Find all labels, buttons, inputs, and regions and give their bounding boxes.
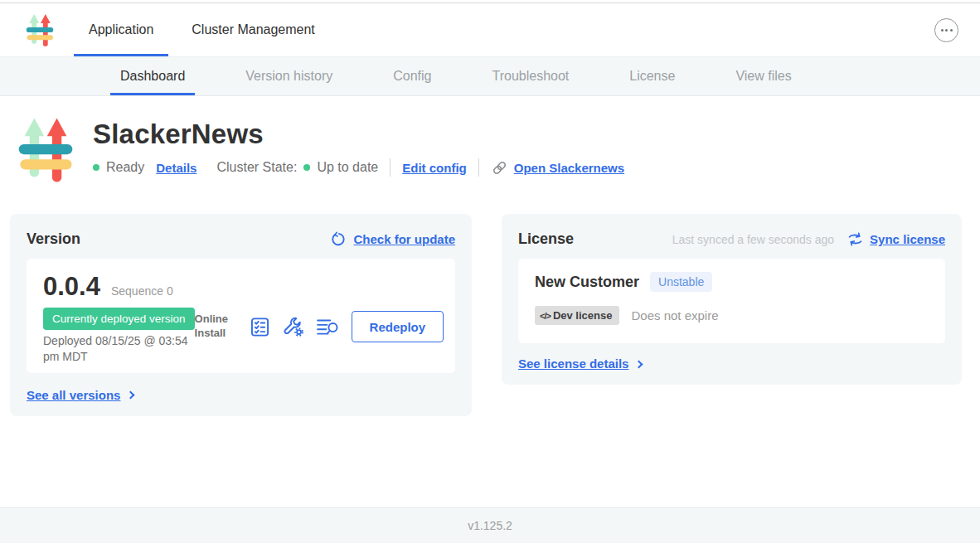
dev-license-badge: </> Dev license <box>535 306 619 325</box>
separator <box>478 158 479 177</box>
see-license-details-link: See license details <box>518 356 628 371</box>
install-type-label: Online Install <box>195 313 238 341</box>
tab-cluster-management[interactable]: Cluster Management <box>177 3 330 56</box>
deployed-timestamp: Deployed 08/15/25 @ 03:54 pm MDT <box>43 333 195 365</box>
sequence-label: Sequence 0 <box>111 284 173 298</box>
customer-name: New Customer <box>535 274 639 291</box>
license-card: License Last synced a few seconds ago Sy… <box>502 214 962 385</box>
tab-application[interactable]: Application <box>74 3 168 56</box>
app-status-text: Ready <box>106 160 144 175</box>
check-for-update-link: Check for update <box>353 232 455 246</box>
tab-cluster-management-label: Cluster Management <box>192 22 315 37</box>
app-logo[interactable] <box>25 3 55 56</box>
cluster-state-value: Up to date <box>317 160 378 175</box>
app-hero: SlackerNews Ready Details Cluster State:… <box>0 96 980 187</box>
edit-config-link[interactable]: Edit config <box>402 161 467 175</box>
app-footer: v1.125.2 <box>0 507 980 543</box>
sync-arrows-icon <box>847 232 863 246</box>
license-card-title: License <box>518 230 574 248</box>
subnav-tab-view-files[interactable]: View files <box>725 57 801 95</box>
view-diff-icon[interactable] <box>316 317 339 337</box>
see-all-versions-link: See all versions <box>27 388 120 402</box>
chevron-right-icon <box>635 360 643 368</box>
open-app-link[interactable]: Open Slackernews <box>514 161 624 175</box>
currently-deployed-badge: Currently deployed version <box>43 308 195 330</box>
license-panel: New Customer Unstable </> Dev license Do… <box>518 259 945 343</box>
see-all-versions[interactable]: See all versions <box>27 388 455 402</box>
channel-badge: Unstable <box>650 272 712 292</box>
version-card: Version Check for update 0. <box>10 214 472 416</box>
check-for-update[interactable]: Check for update <box>331 231 455 247</box>
chevron-right-icon <box>127 391 135 400</box>
cluster-state-dot <box>303 164 310 171</box>
dashboard-cards: Version Check for update 0. <box>0 187 980 416</box>
version-card-title: Version <box>27 230 80 248</box>
code-icon: </> <box>540 311 551 321</box>
cluster-state-label: Cluster State: <box>216 160 297 175</box>
app-icon <box>17 112 75 187</box>
license-expiration: Does not expire <box>631 308 718 322</box>
see-license-details[interactable]: See license details <box>518 356 945 371</box>
sync-license-link[interactable]: Sync license <box>870 232 945 246</box>
subnav-tab-config[interactable]: Config <box>383 57 441 95</box>
tab-application-label: Application <box>89 22 153 37</box>
redeploy-button[interactable]: Redeploy <box>352 311 444 342</box>
console-version: v1.125.2 <box>468 519 512 532</box>
current-version-panel: 0.0.4 Sequence 0 Currently deployed vers… <box>27 259 455 373</box>
last-synced-text: Last synced a few seconds ago <box>672 233 834 246</box>
app-status-dot <box>93 164 99 171</box>
subnav-tab-dashboard[interactable]: Dashboard <box>110 57 195 95</box>
refresh-icon <box>331 231 347 247</box>
app-title: SlackerNews <box>93 119 624 150</box>
link-chain-icon <box>491 159 508 177</box>
separator <box>390 158 391 177</box>
preflight-checks-icon[interactable] <box>249 316 271 338</box>
subnav-tab-troubleshoot[interactable]: Troubleshoot <box>482 57 579 95</box>
dashboard-main: SlackerNews Ready Details Cluster State:… <box>0 96 980 507</box>
top-navigation: Application Cluster Management <box>0 2 980 57</box>
overflow-menu-button[interactable] <box>934 18 958 42</box>
details-link[interactable]: Details <box>156 161 196 175</box>
app-status-row: Ready Details Cluster State: Up to date … <box>93 158 624 177</box>
logo-arrows-icon <box>25 12 55 48</box>
app-sub-navigation: Dashboard Version history Config Trouble… <box>0 57 980 96</box>
config-wrench-icon[interactable] <box>282 315 305 338</box>
subnav-tab-license[interactable]: License <box>619 57 685 95</box>
subnav-tab-version-history[interactable]: Version history <box>235 57 342 95</box>
ellipsis-icon <box>941 29 944 32</box>
version-number: 0.0.4 <box>43 272 100 302</box>
